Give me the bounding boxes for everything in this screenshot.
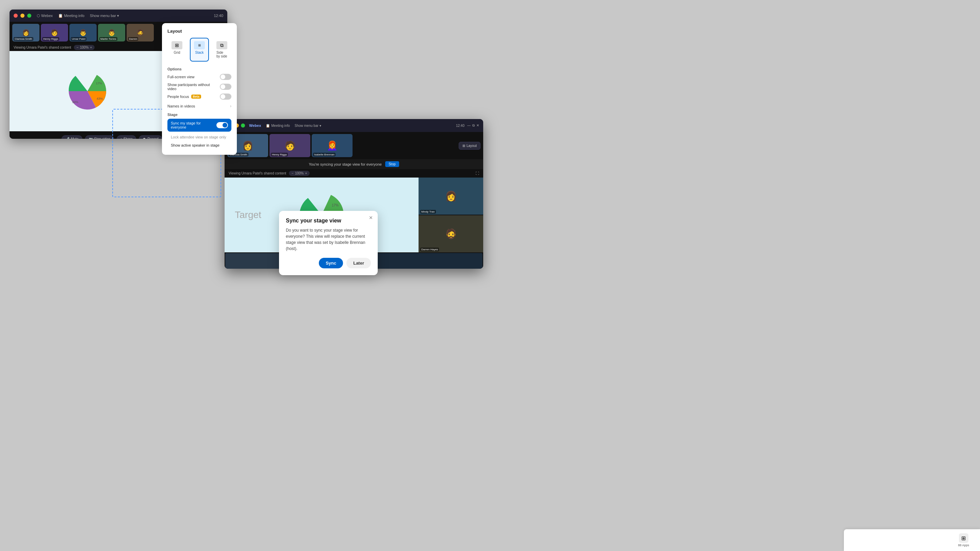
svg-text:17%: 17% xyxy=(332,203,339,207)
bg-time: 12:40 xyxy=(214,14,223,18)
sync-dialog-body: Do you want to sync your stage view for … xyxy=(286,227,371,252)
taskbar-apps-item[interactable]: ⊞ 88 Apps xyxy=(954,533,973,547)
participant-thumb-1: 🧑 Henry Riggs xyxy=(41,24,68,41)
bg-mute-btn[interactable]: 🎤 Mute xyxy=(62,135,82,139)
participant-name-3: Martin Torres xyxy=(99,37,118,41)
people-focus-row: People focus Beta xyxy=(167,94,231,100)
sync-dialog-title: Sync your stage view xyxy=(286,218,371,224)
sync-dialog-buttons: Sync Later xyxy=(286,258,371,268)
bg-zoom-control[interactable]: − 100% + xyxy=(74,45,95,50)
stack-label: Stack xyxy=(195,51,204,54)
sync-stage-row[interactable]: Sync my stage for everyone xyxy=(167,119,231,132)
mw-time: 12:40 xyxy=(456,124,465,127)
participant-name-1: Henry Riggs xyxy=(42,37,59,41)
sync-dialog: ✕ Sync your stage view Do you want to sy… xyxy=(279,211,378,275)
participant-name-0: Clarissa Smith xyxy=(14,37,33,41)
beta-badge: Beta xyxy=(191,95,202,98)
fullscreen-toggle[interactable] xyxy=(220,74,231,80)
stage-section-title: Stage xyxy=(167,113,231,117)
bg-zoom-value: 100% xyxy=(80,46,89,49)
mw-side-video-name-0: Mindy Tran xyxy=(420,210,436,214)
fit-icon[interactable]: ⛶ xyxy=(476,171,479,175)
mw-restore-icon[interactable]: ⧉ xyxy=(472,124,475,127)
mw-side-video-name-1: Darren Hayes xyxy=(420,248,439,251)
bg-meetinginfo-label: 📋 Meeting info xyxy=(58,14,84,18)
layout-opt-sidebyside[interactable]: ⧉ Side by side xyxy=(212,38,231,62)
mw-participant-name-2: Isabelle Brennan xyxy=(313,153,336,156)
sync-later-btn[interactable]: Later xyxy=(347,258,371,268)
show-participants-row: Show participants without video xyxy=(167,83,231,91)
camera-icon: 📷 xyxy=(89,137,93,139)
fullscreen-label: Full-screen view xyxy=(167,75,194,79)
taskbar: ⊞ 88 Apps xyxy=(844,529,980,551)
mw-show-menu-btn[interactable]: Show menu bar ▾ xyxy=(295,124,321,127)
sidebyside-label: Side by side xyxy=(216,51,227,58)
maximize-dot[interactable] xyxy=(27,14,31,18)
grid-label: Grid xyxy=(174,51,180,54)
layout-dropdown: Layout ⊞ Grid ≡ Stack ⧉ Side by side Opt… xyxy=(162,23,237,155)
close-dot[interactable] xyxy=(14,14,18,18)
mw-zoom-plus[interactable]: + xyxy=(305,171,307,175)
mw-participant-2: 👩‍🦰 Isabelle Brennan xyxy=(312,134,353,157)
participant-name-2: Umar Patel xyxy=(71,37,86,41)
mw-chart-label: Target xyxy=(235,210,261,221)
sync-stage-label: Sync my stage for everyone xyxy=(171,121,216,129)
mw-titlebar: Webex 📋 Meeting info Show menu bar ▾ 12:… xyxy=(224,119,483,132)
mw-minimize-icon[interactable]: — xyxy=(467,124,471,127)
lock-attendee-row[interactable]: Lock attendee view on stage only xyxy=(167,133,231,141)
participant-thumb-0: 👩 Clarissa Smith xyxy=(12,24,40,41)
svg-text:34%: 34% xyxy=(72,100,78,104)
mw-time-area: 12:40 — ⧉ ✕ xyxy=(456,124,479,127)
lock-attendee-label: Lock attendee view on stage only xyxy=(171,135,226,139)
people-focus-label: People focus Beta xyxy=(167,95,201,98)
bg-zoom-plus[interactable]: + xyxy=(90,46,92,49)
participant-thumb-4: 🧔 Darren xyxy=(127,24,154,41)
stack-icon: ≡ xyxy=(194,41,205,49)
show-participants-toggle[interactable] xyxy=(220,84,231,90)
bg-webex-label: ⬡ Webex xyxy=(37,14,53,18)
fullscreen-row: Full-screen view xyxy=(167,74,231,80)
bg-zoom-minus[interactable]: − xyxy=(76,46,79,49)
grid-icon: ⊞ xyxy=(172,41,182,49)
apps-label: 88 Apps xyxy=(958,543,969,547)
mw-participant-1: 🧑 Henry Riggs xyxy=(269,134,310,157)
bg-stopvideo-btn[interactable]: 📷 Stop video xyxy=(85,135,114,139)
show-active-row[interactable]: Show active speaker in stage xyxy=(167,141,231,149)
layout-icon: ⊞ xyxy=(463,144,465,148)
mw-sync-banner: You're syncing your stage view for every… xyxy=(224,159,483,169)
bg-viewing-text: Viewing Umara Patel's shared content xyxy=(14,46,71,49)
mw-maximize-dot[interactable] xyxy=(241,124,245,127)
layout-options: ⊞ Grid ≡ Stack ⧉ Side by side xyxy=(167,38,231,62)
people-focus-toggle[interactable] xyxy=(220,94,231,100)
mw-stop-btn[interactable]: Stop xyxy=(385,161,399,167)
sync-confirm-btn[interactable]: Sync xyxy=(319,258,343,268)
show-participants-label: Show participants without video xyxy=(167,83,220,91)
mw-side-video-1: 🧔 Darren Hayes xyxy=(418,215,483,252)
participant-thumb-3: 👨 Martin Torres xyxy=(98,24,125,41)
mw-close-icon[interactable]: ✕ xyxy=(476,124,479,127)
options-section-title: Options xyxy=(167,67,231,71)
microphone-icon: 🎤 xyxy=(65,137,69,139)
mw-zoom-value: 100% xyxy=(295,171,304,175)
mw-side-video-0: 👩 Mindy Tran xyxy=(418,178,483,214)
sync-stage-toggle[interactable] xyxy=(216,122,228,128)
mw-zoom-minus[interactable]: − xyxy=(292,171,294,175)
mw-webex-logo: Webex xyxy=(249,124,261,127)
participant-name-4: Darren xyxy=(128,37,138,41)
mw-viewing-text: Viewing Umara Patel's shared content xyxy=(229,171,286,175)
mw-participants-bar: 👩 Clarissa Smith 🧑 Henry Riggs 👩‍🦰 Isabe… xyxy=(224,132,483,159)
sync-banner-text: You're syncing your stage view for every… xyxy=(309,162,382,166)
layout-opt-grid[interactable]: ⊞ Grid xyxy=(167,38,186,62)
participant-thumb-2: 👨 Umar Patel xyxy=(69,24,97,41)
mw-layout-btn[interactable]: ⊞ Layout xyxy=(459,142,480,150)
sync-dialog-close[interactable]: ✕ xyxy=(369,215,373,221)
minimize-dot[interactable] xyxy=(21,14,24,18)
names-in-videos-chevron[interactable]: › xyxy=(230,104,231,108)
svg-text:43%: 43% xyxy=(97,97,103,100)
layout-opt-stack[interactable]: ≡ Stack xyxy=(190,38,209,62)
mw-zoom-control[interactable]: − 100% + xyxy=(289,171,310,176)
mw-side-videos: 👩 Mindy Tran 🧔 Darren Hayes xyxy=(418,178,483,252)
bg-titlebar: ⬡ Webex 📋 Meeting info Show menu bar ▾ 1… xyxy=(10,10,227,22)
names-in-videos-row: Names in videos › xyxy=(167,102,231,110)
mw-meeting-info-btn[interactable]: 📋 Meeting info xyxy=(266,124,290,127)
